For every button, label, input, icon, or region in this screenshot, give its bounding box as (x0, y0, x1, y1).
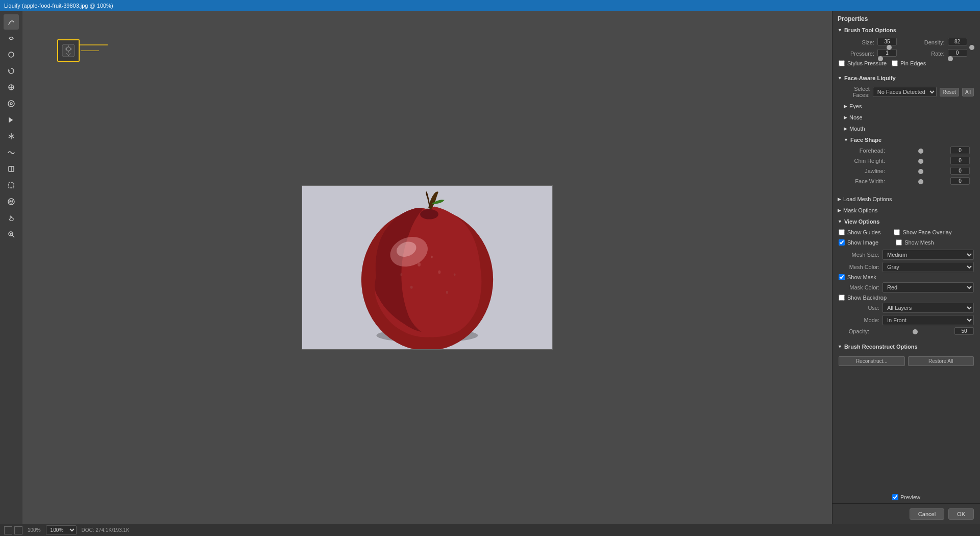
hand-tool-btn[interactable] (4, 210, 19, 226)
rate-thumb[interactable] (948, 56, 953, 61)
svg-point-11 (10, 201, 11, 202)
spacer (832, 370, 980, 491)
show-face-overlay-checkbox[interactable] (894, 229, 900, 235)
mouth-section[interactable]: ▶ Mouth (839, 123, 974, 134)
twirl-tool-btn[interactable] (4, 63, 19, 79)
use-select[interactable]: All Layers Current Layer (883, 303, 974, 313)
mode-select[interactable]: In Front Behind Blend (883, 315, 974, 325)
canvas-toggle[interactable] (4, 526, 12, 534)
restore-all-btn[interactable]: Restore All (908, 356, 974, 366)
size-value[interactable] (877, 38, 897, 45)
tool-arrow (80, 39, 110, 51)
eyes-arrow: ▶ (844, 104, 847, 109)
ok-button[interactable]: OK (948, 508, 974, 520)
nose-section[interactable]: ▶ Nose (839, 112, 974, 123)
show-mesh-checkbox[interactable] (896, 239, 902, 246)
mask-options-section[interactable]: ▶ Mask Options (832, 205, 980, 216)
forehead-value[interactable] (950, 147, 970, 154)
size-slider-row (877, 38, 904, 45)
freeze-mask-btn[interactable] (4, 161, 19, 177)
footer: Cancel OK (832, 503, 980, 524)
stylus-pressure-checkbox[interactable] (839, 60, 845, 66)
eyes-section[interactable]: ▶ Eyes (839, 101, 974, 112)
mesh-color-select[interactable]: Gray Red Green Blue White Black (883, 262, 974, 272)
stylus-pinedges-row: Stylus Pressure Pin Edges (839, 60, 974, 68)
jawline-value[interactable] (950, 167, 970, 175)
bloat-tool-btn[interactable] (4, 96, 19, 111)
select-faces-dropdown[interactable]: No Faces Detected (873, 87, 937, 97)
mode-row: Mode: In Front Behind Blend (839, 315, 974, 325)
density-thumb[interactable] (969, 45, 974, 50)
reconstruct-tool-btn[interactable] (4, 31, 19, 46)
brush-reconstruct-header[interactable]: ▼ Brush Reconstruct Options (832, 341, 980, 352)
mode-label: Mode: (839, 317, 879, 323)
show-mesh-label: Show Mesh (904, 239, 934, 246)
chin-height-value[interactable] (950, 157, 970, 164)
brush-tool-options-header[interactable]: ▼ Brush Tool Options (832, 25, 980, 36)
zoom-select[interactable]: 100% 50% 200% Fit (46, 525, 77, 535)
select-faces-label: Select Faces: (839, 86, 870, 98)
push-left-tool-btn[interactable] (4, 112, 19, 128)
preview-checkbox[interactable] (892, 494, 898, 500)
mask-color-select[interactable]: Red Green Blue (883, 282, 974, 293)
brush-reconstruct-label: Brush Reconstruct Options (844, 344, 918, 350)
pin-edges-label: Pin Edges (900, 60, 926, 66)
rate-slider-container (948, 49, 974, 58)
size-thumb[interactable] (887, 45, 892, 50)
opacity-thumb[interactable] (913, 329, 918, 334)
chin-height-label: Chin Height: (847, 158, 885, 164)
show-backdrop-checkbox[interactable] (839, 295, 845, 301)
smooth-tool-btn[interactable] (4, 47, 19, 62)
view-options-header[interactable]: ▼ View Options (832, 216, 980, 227)
svg-point-12 (12, 201, 13, 202)
mesh-size-select[interactable]: Medium Small Large (883, 250, 974, 260)
show-image-row: Show Image (839, 239, 878, 246)
show-guides-checkbox[interactable] (839, 229, 845, 235)
svg-point-30 (438, 270, 440, 274)
turbulence-tool-btn[interactable] (4, 145, 19, 160)
stylus-pressure-label: Stylus Pressure (847, 60, 887, 66)
reconstruct-btn[interactable]: Reconstruct... (839, 356, 905, 366)
load-mesh-arrow: ▶ (838, 197, 841, 202)
pin-edges-checkbox[interactable] (892, 60, 898, 66)
svg-point-10 (8, 199, 14, 205)
forehead-thumb[interactable] (918, 149, 923, 154)
density-value[interactable] (948, 38, 967, 45)
nose-arrow: ▶ (844, 115, 847, 120)
show-mask-checkbox[interactable] (839, 274, 845, 280)
face-width-label: Face Width: (847, 178, 885, 184)
pressure-value[interactable] (877, 49, 897, 57)
thaw-mask-btn[interactable] (4, 178, 19, 193)
use-row: Use: All Layers Current Layer (839, 303, 974, 313)
load-mesh-label: Load Mesh Options (843, 196, 892, 202)
opacity-value[interactable] (954, 327, 974, 335)
show-guides-row: Show Guides (839, 229, 880, 235)
face-width-thumb[interactable] (918, 179, 923, 184)
show-image-checkbox[interactable] (839, 239, 845, 246)
mesh-color-row: Mesh Color: Gray Red Green Blue White Bl… (839, 262, 974, 272)
grid-toggle[interactable] (14, 526, 22, 534)
jawline-thumb[interactable] (918, 169, 923, 174)
face-aware-header[interactable]: ▼ Face-Aware Liquify (832, 72, 980, 84)
apple-image (302, 185, 553, 350)
chin-height-thumb[interactable] (918, 159, 923, 164)
apple-svg (302, 186, 552, 349)
size-density-row: Size: Density: (839, 38, 974, 46)
face-width-value[interactable] (950, 177, 970, 185)
pucker-tool-btn[interactable] (4, 80, 19, 95)
rate-value[interactable] (948, 49, 967, 57)
load-mesh-section[interactable]: ▶ Load Mesh Options (832, 193, 980, 205)
density-slider-row (948, 38, 974, 45)
pressure-thumb[interactable] (878, 56, 883, 61)
cancel-button[interactable]: Cancel (910, 508, 944, 520)
zoom-tool-btn[interactable] (4, 227, 19, 242)
view-options-label: View Options (844, 218, 879, 225)
title-text: Liquify (apple-food-fruit-39803.jpg @ 10… (4, 3, 113, 9)
face-shape-header[interactable]: ▼ Face Shape (839, 134, 974, 145)
mirror-tool-btn[interactable] (4, 129, 19, 144)
nose-label: Nose (849, 114, 863, 120)
face-tool-btn[interactable] (4, 194, 19, 209)
reset-btn[interactable]: Reset (940, 88, 959, 96)
all-btn[interactable]: All (962, 88, 974, 96)
warp-tool-btn[interactable] (4, 14, 19, 30)
